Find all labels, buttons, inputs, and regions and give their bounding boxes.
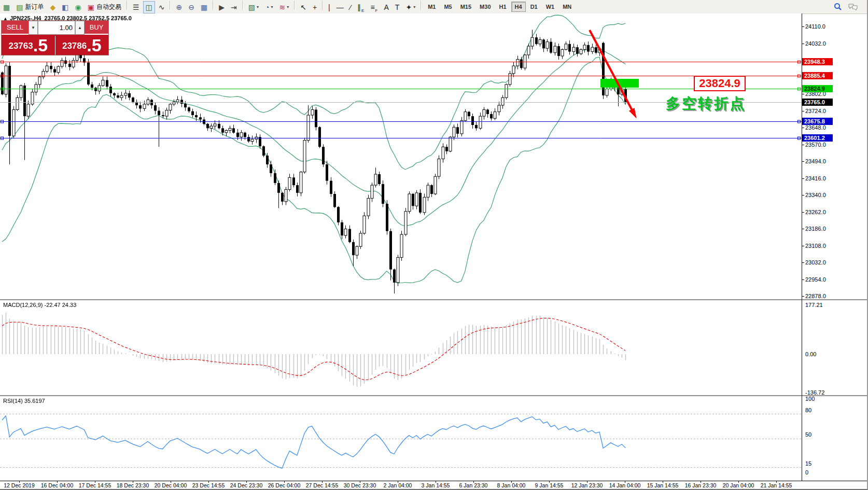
app-icon[interactable]: ▦ [1,1,12,13]
line-chart-icon[interactable]: ∿ [156,1,167,13]
time-axis-tick [95,481,95,483]
toolbar-separator [421,1,422,10]
price-tick-label: 23416.0 [805,175,826,181]
chart-shift-icon[interactable]: ⇥ [228,1,240,13]
time-axis-tick [663,481,663,483]
one-click-trading-panel: SELL ▼ ▲ BUY 23763.5 23786.5 [2,21,108,55]
timeframe-button-m1[interactable]: M1 [424,2,439,12]
time-axis-label: 16 Dec 04:00 [41,482,73,488]
buy-button[interactable]: BUY [85,21,108,35]
time-axis-line [0,481,868,481]
price-axis-border [802,13,802,481]
price-level-tag: 23948.3 [802,58,833,65]
cursor-icon[interactable]: ↖ [298,1,309,13]
price-tick [802,26,804,27]
terminal-icon[interactable]: ◧ [59,1,71,13]
price-tick [802,128,804,128]
templates-icon[interactable]: ▧▾ [246,1,261,13]
bar-chart-icon[interactable]: ☰ [130,1,142,13]
timeframe-button-h1[interactable]: H1 [496,2,510,12]
periods-icon[interactable]: ◔▾ [262,1,275,13]
buy-price-main: 23786 [62,38,87,54]
price-level-tag: 23885.4 [802,72,833,79]
zoom-in-icon[interactable]: ⊕ [173,1,185,13]
time-axis-tick [322,481,323,483]
fibonacci-icon[interactable]: ≡F [368,1,380,13]
label-icon[interactable]: T [393,1,402,13]
timeframe-button-h4[interactable]: H4 [511,2,526,12]
price-tick-label: 23186.0 [805,226,826,232]
price-tick-label: 24032.0 [805,40,826,47]
time-axis-label: 20 Jan 04:00 [723,482,754,488]
price-chart-pane[interactable] [0,13,802,299]
candlestick-chart-icon[interactable]: ◫ [143,1,155,13]
rsi-tick-label: 0 [805,469,808,475]
volume-decrease-button[interactable]: ▼ [29,21,38,35]
market-watch-icon[interactable]: ◆ [47,1,58,13]
timeframe-button-m15[interactable]: M15 [457,2,475,12]
volume-increase-button[interactable]: ▲ [75,21,85,35]
price-tick-label: 22878.0 [805,293,826,299]
trendline-icon[interactable]: ∕ [347,1,354,13]
time-axis-tick [398,481,398,483]
rsi-tick-label: 15 [805,460,811,467]
price-tick [802,111,804,111]
time-axis-tick [511,481,512,483]
price-level-tag: 23824.9 [802,85,833,92]
timeframe-button-w1[interactable]: W1 [542,2,558,12]
annotation-note: 多空转折点 [666,94,746,114]
timeframe-button-m30[interactable]: M30 [476,2,494,12]
vertical-line-icon[interactable]: | [326,1,333,13]
time-axis-label: 2 Jan 04:00 [384,482,412,488]
time-axis-tick [776,481,777,483]
crosshair-icon[interactable]: + [310,1,319,13]
time-axis-label: 18 Dec 23:30 [117,482,149,488]
time-axis-tick [625,481,625,483]
time-axis-tick [360,481,360,483]
time-axis-label: 12 Jan 23:30 [571,482,603,488]
sell-price[interactable]: 23763.5 [2,35,55,55]
price-level-tag: 23675.8 [802,118,833,125]
indicators-icon[interactable]: ≋▾ [276,1,291,13]
macd-tick-label: -136.72 [805,389,824,396]
search-icon[interactable] [831,1,845,13]
price-tick-label: 23724.0 [805,108,826,114]
timeframe-button-d1[interactable]: D1 [527,2,541,12]
rsi-pane[interactable] [0,396,802,481]
macd-pane[interactable] [0,300,802,395]
horizontal-line-icon[interactable]: — [334,1,346,13]
timeframe-button-mn[interactable]: MN [559,2,575,12]
price-tick [802,178,804,179]
auto-scroll-icon[interactable]: ▶ [216,1,227,13]
sell-button[interactable]: SELL [2,21,29,35]
price-tick [802,94,804,94]
text-icon[interactable]: A [381,1,391,13]
price-tick-label: 23494.0 [805,158,826,164]
timeframe-button-m5[interactable]: M5 [440,2,455,12]
auto-trading-button[interactable]: ▣自动交易 [85,1,124,13]
price-callout-box[interactable]: 23824.9 [694,76,746,91]
price-tick [802,279,804,280]
buy-price[interactable]: 23786.5 [55,35,109,55]
new-order-button[interactable]: ▤新订单 [13,1,46,13]
tile-windows-icon[interactable]: ▦ [198,1,210,13]
price-tick-label: 23648.0 [805,124,826,131]
signals-icon[interactable]: ◉ [72,1,83,13]
equidistant-channel-icon[interactable]: ∥E [355,1,367,13]
macd-tick-label: 177.21 [805,302,823,308]
sell-price-main: 23763 [8,38,33,54]
arrows-icon[interactable]: ✦▾ [403,1,418,13]
rsi-tick-label: 100 [805,396,815,402]
time-axis-tick [19,481,20,483]
chat-icon[interactable] [846,1,860,13]
zoom-out-icon[interactable]: ⊖ [186,1,197,13]
toolbar-separator [170,1,171,10]
volume-input[interactable] [38,21,75,35]
buy-price-fraction: .5 [87,36,101,54]
time-axis-tick [549,481,550,483]
price-tick [802,246,804,246]
toolbar-separator [294,1,295,10]
time-axis-label: 17 Dec 14:55 [79,482,111,488]
mt4-window: ▦▤新订单◆◧◉▣自动交易☰◫∿⊕⊖▦▶⇥▧▾◔▾≋▾↖+|—∕∥E≡FAT✦▾… [0,0,868,490]
price-tick [802,212,804,213]
